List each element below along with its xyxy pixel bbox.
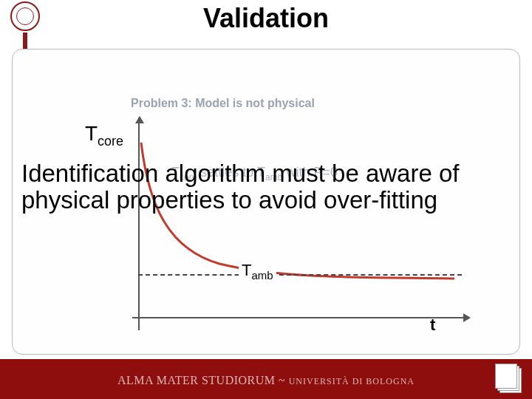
overlay-statement: Identification algorithm must be aware o… — [21, 160, 511, 213]
slide: Validation Problem 3: Model is not physi… — [0, 0, 532, 399]
page-stack-icon — [495, 364, 522, 393]
tcore-subscript: core — [98, 134, 123, 149]
slide-title: Validation — [0, 3, 532, 34]
content-panel: Problem 3: Model is not physical Tcore T… — [12, 49, 520, 355]
tamb-subscript: amb — [251, 269, 273, 282]
tamb-label: Tamb — [239, 261, 276, 282]
footer-bar: ALMA MATER STUDIORUM ~ UNIVERSITÀ DI BOL… — [0, 359, 532, 399]
tamb-symbol: T — [242, 261, 251, 279]
x-axis-label: t — [430, 316, 435, 335]
institution-watermark: ALMA MATER STUDIORUM ~ UNIVERSITÀ DI BOL… — [0, 374, 532, 387]
y-axis-label: Tcore — [85, 122, 123, 149]
tamb-reference-line — [138, 274, 462, 276]
tcore-symbol: T — [85, 122, 98, 145]
problem-heading: Problem 3: Model is not physical — [131, 97, 315, 110]
x-axis — [132, 317, 469, 318]
